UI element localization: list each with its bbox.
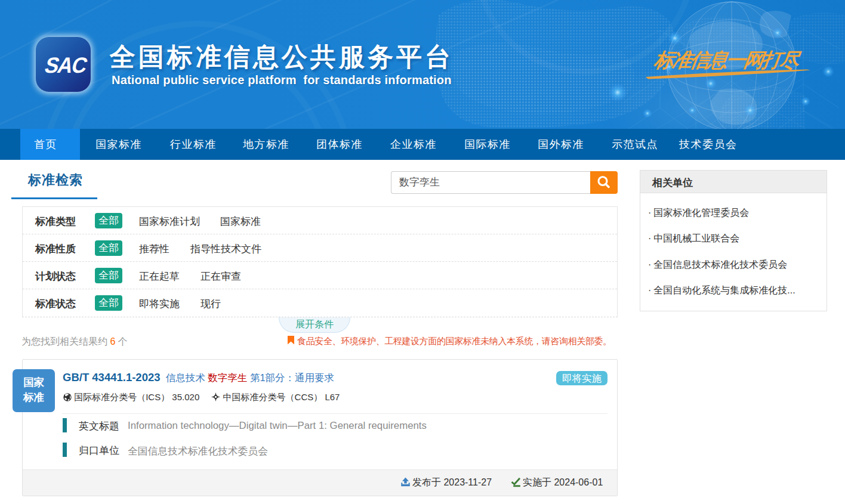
svg-text:标准信息一网打尽: 标准信息一网打尽: [652, 49, 803, 71]
svg-text:SAC: SAC: [42, 52, 91, 78]
